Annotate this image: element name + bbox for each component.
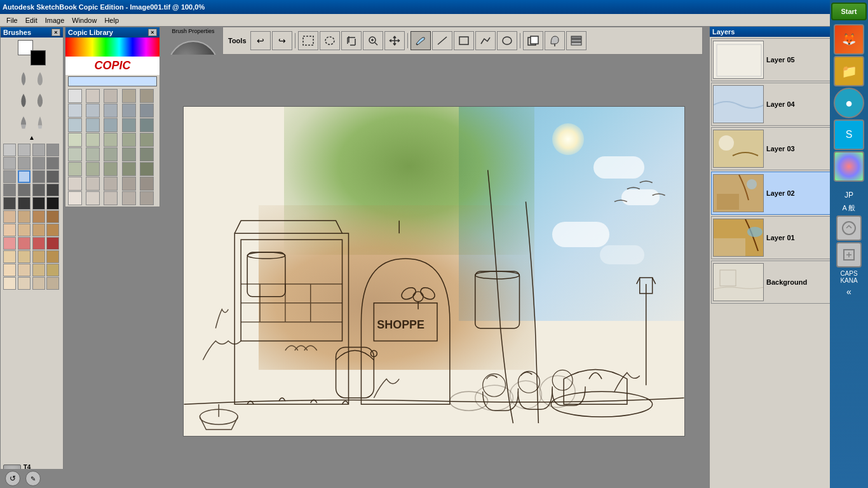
swatch[interactable] xyxy=(18,277,31,290)
copic-swatch[interactable] xyxy=(86,118,100,132)
swatch[interactable] xyxy=(3,197,16,210)
swatch[interactable] xyxy=(18,250,31,263)
swatch[interactable] xyxy=(18,184,31,196)
swatch[interactable] xyxy=(18,197,31,210)
status-tool-2[interactable]: ✎ xyxy=(25,471,41,486)
swatch[interactable] xyxy=(32,144,45,156)
swatch-selected[interactable] xyxy=(18,170,31,183)
fill-button[interactable] xyxy=(545,31,565,50)
copic-swatch[interactable] xyxy=(140,162,154,176)
line-button[interactable] xyxy=(432,31,452,50)
brush-tool-3[interactable] xyxy=(16,91,31,110)
crop-button[interactable] xyxy=(341,31,362,50)
brush-nav-up[interactable]: ▲ xyxy=(1,133,63,142)
swatch[interactable] xyxy=(3,210,16,223)
brush-tool-1[interactable] xyxy=(16,69,31,88)
layers-button[interactable] xyxy=(566,31,587,50)
menu-file[interactable]: File xyxy=(3,15,22,25)
swatch[interactable] xyxy=(46,184,59,196)
copic-swatch[interactable] xyxy=(122,191,136,205)
swatch[interactable] xyxy=(3,250,16,263)
swatch[interactable] xyxy=(46,144,59,156)
swatch[interactable] xyxy=(46,210,59,223)
swatch[interactable] xyxy=(32,264,45,276)
copic-swatch[interactable] xyxy=(140,118,154,132)
copic-swatch[interactable] xyxy=(86,177,100,191)
swatch[interactable] xyxy=(46,197,59,210)
start-button[interactable]: Start xyxy=(831,3,867,20)
copic-swatch[interactable] xyxy=(104,162,118,176)
copic-swatch[interactable] xyxy=(140,104,154,118)
copic-swatch[interactable] xyxy=(86,89,100,103)
copic-swatch[interactable] xyxy=(68,191,82,205)
menu-window[interactable]: Window xyxy=(68,15,100,25)
redo-button[interactable]: ↪ xyxy=(272,31,292,50)
copic-swatch[interactable] xyxy=(140,133,154,147)
swatch[interactable] xyxy=(18,144,31,156)
copic-swatch[interactable] xyxy=(104,191,118,205)
copy-layer-button[interactable] xyxy=(523,31,543,50)
copic-swatch[interactable] xyxy=(104,133,118,147)
swatch[interactable] xyxy=(32,197,45,210)
copic-swatch[interactable] xyxy=(122,118,136,132)
copic-swatch[interactable] xyxy=(122,89,136,103)
taskbar-left-arrow[interactable]: « xyxy=(846,287,851,297)
copic-swatch[interactable] xyxy=(104,177,118,191)
brush-tool-5[interactable] xyxy=(16,112,31,132)
swatch[interactable] xyxy=(3,170,16,183)
copic-swatch[interactable] xyxy=(86,191,100,205)
swatch[interactable] xyxy=(32,184,45,196)
taskbar-firefox[interactable]: 🦊 xyxy=(834,24,864,55)
taskbar-skype[interactable]: S xyxy=(834,119,864,150)
swatch[interactable] xyxy=(32,237,45,250)
swatch[interactable] xyxy=(3,157,16,170)
swatch[interactable] xyxy=(3,144,16,156)
copic-swatch[interactable] xyxy=(86,147,100,161)
copic-swatch[interactable] xyxy=(140,191,154,205)
swatch[interactable] xyxy=(18,224,31,236)
copic-swatch[interactable] xyxy=(122,133,136,147)
swatch[interactable] xyxy=(46,237,59,250)
brushes-close-button[interactable]: × xyxy=(51,29,60,36)
taskbar-app-7[interactable] xyxy=(836,242,862,268)
copic-swatch[interactable] xyxy=(68,177,82,191)
swatch[interactable] xyxy=(18,237,31,250)
menu-edit[interactable]: Edit xyxy=(22,15,41,25)
brush-tool-6[interactable] xyxy=(32,112,48,132)
taskbar-lang-jp[interactable]: JP xyxy=(843,189,855,201)
swatch[interactable] xyxy=(18,210,31,223)
swatch[interactable] xyxy=(32,210,45,223)
swatch[interactable] xyxy=(3,184,16,196)
menu-image[interactable]: Image xyxy=(41,15,69,25)
taskbar-app-6[interactable] xyxy=(836,215,862,241)
copic-swatch[interactable] xyxy=(104,118,118,132)
swatch[interactable] xyxy=(32,224,45,236)
polyline-button[interactable] xyxy=(475,31,496,50)
copic-swatch[interactable] xyxy=(68,104,82,118)
swatch[interactable] xyxy=(3,224,16,236)
swatch[interactable] xyxy=(3,237,16,250)
copic-swatch[interactable] xyxy=(68,162,82,176)
swatch[interactable] xyxy=(46,170,59,183)
swatch[interactable] xyxy=(32,157,45,170)
zoom-button[interactable] xyxy=(363,31,383,50)
copic-swatch[interactable] xyxy=(140,177,154,191)
swatch[interactable] xyxy=(46,264,59,276)
ellipse-button[interactable] xyxy=(497,31,517,50)
taskbar-lang-a[interactable]: A 般 xyxy=(841,202,857,214)
move-button[interactable] xyxy=(384,31,405,50)
copic-swatch[interactable] xyxy=(122,104,136,118)
copic-swatch[interactable] xyxy=(140,89,154,103)
undo-button[interactable]: ↩ xyxy=(250,31,271,50)
swatch[interactable] xyxy=(18,157,31,170)
swatch[interactable] xyxy=(32,170,45,183)
status-tool-1[interactable]: ↺ xyxy=(5,471,20,486)
copic-swatch[interactable] xyxy=(86,104,100,118)
swatch[interactable] xyxy=(46,224,59,236)
rect-button[interactable] xyxy=(454,31,474,50)
copic-swatch[interactable] xyxy=(122,177,136,191)
canvas[interactable]: SHOPPE xyxy=(183,106,685,437)
swatch[interactable] xyxy=(32,250,45,263)
rect-select-button[interactable] xyxy=(298,31,318,50)
copic-swatch[interactable] xyxy=(140,147,154,161)
